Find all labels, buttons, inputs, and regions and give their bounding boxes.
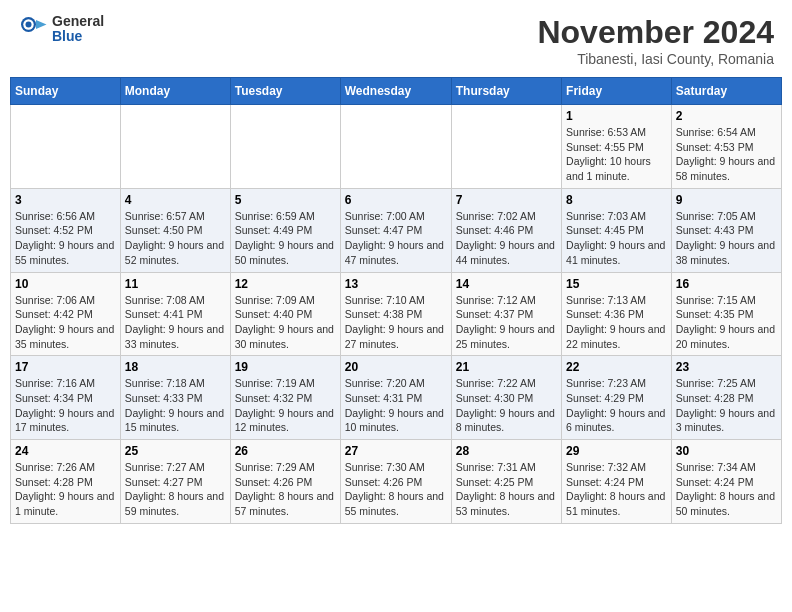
- day-number: 19: [235, 360, 336, 374]
- day-info: Sunrise: 7:15 AM Sunset: 4:35 PM Dayligh…: [676, 293, 777, 352]
- calendar-cell: 15Sunrise: 7:13 AM Sunset: 4:36 PM Dayli…: [562, 272, 672, 356]
- day-number: 17: [15, 360, 116, 374]
- day-info: Sunrise: 7:32 AM Sunset: 4:24 PM Dayligh…: [566, 460, 667, 519]
- day-number: 23: [676, 360, 777, 374]
- day-number: 3: [15, 193, 116, 207]
- logo-general: General: [52, 14, 104, 29]
- calendar-cell: 4Sunrise: 6:57 AM Sunset: 4:50 PM Daylig…: [120, 188, 230, 272]
- day-number: 5: [235, 193, 336, 207]
- day-info: Sunrise: 7:12 AM Sunset: 4:37 PM Dayligh…: [456, 293, 557, 352]
- calendar-cell: 7Sunrise: 7:02 AM Sunset: 4:46 PM Daylig…: [451, 188, 561, 272]
- day-number: 27: [345, 444, 447, 458]
- calendar-cell: 19Sunrise: 7:19 AM Sunset: 4:32 PM Dayli…: [230, 356, 340, 440]
- location: Tibanesti, Iasi County, Romania: [537, 51, 774, 67]
- day-number: 8: [566, 193, 667, 207]
- calendar-cell: 14Sunrise: 7:12 AM Sunset: 4:37 PM Dayli…: [451, 272, 561, 356]
- day-number: 25: [125, 444, 226, 458]
- day-info: Sunrise: 7:09 AM Sunset: 4:40 PM Dayligh…: [235, 293, 336, 352]
- calendar-cell: [340, 105, 451, 189]
- calendar-cell: 25Sunrise: 7:27 AM Sunset: 4:27 PM Dayli…: [120, 440, 230, 524]
- day-header-sunday: Sunday: [11, 78, 121, 105]
- calendar-cell: 9Sunrise: 7:05 AM Sunset: 4:43 PM Daylig…: [671, 188, 781, 272]
- logo-text: General Blue: [52, 14, 104, 45]
- day-info: Sunrise: 7:30 AM Sunset: 4:26 PM Dayligh…: [345, 460, 447, 519]
- day-info: Sunrise: 7:19 AM Sunset: 4:32 PM Dayligh…: [235, 376, 336, 435]
- calendar-cell: 10Sunrise: 7:06 AM Sunset: 4:42 PM Dayli…: [11, 272, 121, 356]
- calendar-week-5: 24Sunrise: 7:26 AM Sunset: 4:28 PM Dayli…: [11, 440, 782, 524]
- calendar-cell: 24Sunrise: 7:26 AM Sunset: 4:28 PM Dayli…: [11, 440, 121, 524]
- day-info: Sunrise: 6:59 AM Sunset: 4:49 PM Dayligh…: [235, 209, 336, 268]
- day-number: 9: [676, 193, 777, 207]
- month-title: November 2024: [537, 14, 774, 51]
- calendar-week-2: 3Sunrise: 6:56 AM Sunset: 4:52 PM Daylig…: [11, 188, 782, 272]
- calendar-cell: [230, 105, 340, 189]
- calendar-cell: 13Sunrise: 7:10 AM Sunset: 4:38 PM Dayli…: [340, 272, 451, 356]
- day-number: 12: [235, 277, 336, 291]
- calendar-body: 1Sunrise: 6:53 AM Sunset: 4:55 PM Daylig…: [11, 105, 782, 524]
- day-header-thursday: Thursday: [451, 78, 561, 105]
- day-info: Sunrise: 6:56 AM Sunset: 4:52 PM Dayligh…: [15, 209, 116, 268]
- day-info: Sunrise: 7:23 AM Sunset: 4:29 PM Dayligh…: [566, 376, 667, 435]
- calendar-cell: 17Sunrise: 7:16 AM Sunset: 4:34 PM Dayli…: [11, 356, 121, 440]
- header-row: SundayMondayTuesdayWednesdayThursdayFrid…: [11, 78, 782, 105]
- day-info: Sunrise: 7:29 AM Sunset: 4:26 PM Dayligh…: [235, 460, 336, 519]
- day-info: Sunrise: 7:08 AM Sunset: 4:41 PM Dayligh…: [125, 293, 226, 352]
- logo: General Blue: [18, 14, 104, 45]
- calendar-cell: 6Sunrise: 7:00 AM Sunset: 4:47 PM Daylig…: [340, 188, 451, 272]
- day-number: 30: [676, 444, 777, 458]
- day-number: 1: [566, 109, 667, 123]
- day-number: 15: [566, 277, 667, 291]
- day-number: 11: [125, 277, 226, 291]
- day-number: 21: [456, 360, 557, 374]
- calendar-table: SundayMondayTuesdayWednesdayThursdayFrid…: [10, 77, 782, 524]
- svg-marker-3: [36, 20, 47, 29]
- calendar-cell: 28Sunrise: 7:31 AM Sunset: 4:25 PM Dayli…: [451, 440, 561, 524]
- day-number: 22: [566, 360, 667, 374]
- day-number: 24: [15, 444, 116, 458]
- page-header: General Blue November 2024 Tibanesti, Ia…: [10, 10, 782, 71]
- calendar-week-1: 1Sunrise: 6:53 AM Sunset: 4:55 PM Daylig…: [11, 105, 782, 189]
- day-info: Sunrise: 7:16 AM Sunset: 4:34 PM Dayligh…: [15, 376, 116, 435]
- calendar-cell: 27Sunrise: 7:30 AM Sunset: 4:26 PM Dayli…: [340, 440, 451, 524]
- day-info: Sunrise: 6:53 AM Sunset: 4:55 PM Dayligh…: [566, 125, 667, 184]
- day-number: 28: [456, 444, 557, 458]
- calendar-cell: 16Sunrise: 7:15 AM Sunset: 4:35 PM Dayli…: [671, 272, 781, 356]
- day-info: Sunrise: 7:27 AM Sunset: 4:27 PM Dayligh…: [125, 460, 226, 519]
- calendar-cell: 23Sunrise: 7:25 AM Sunset: 4:28 PM Dayli…: [671, 356, 781, 440]
- day-number: 14: [456, 277, 557, 291]
- calendar-cell: 1Sunrise: 6:53 AM Sunset: 4:55 PM Daylig…: [562, 105, 672, 189]
- day-info: Sunrise: 7:03 AM Sunset: 4:45 PM Dayligh…: [566, 209, 667, 268]
- calendar-cell: 26Sunrise: 7:29 AM Sunset: 4:26 PM Dayli…: [230, 440, 340, 524]
- day-info: Sunrise: 7:20 AM Sunset: 4:31 PM Dayligh…: [345, 376, 447, 435]
- calendar-cell: [11, 105, 121, 189]
- calendar-cell: 8Sunrise: 7:03 AM Sunset: 4:45 PM Daylig…: [562, 188, 672, 272]
- title-area: November 2024 Tibanesti, Iasi County, Ro…: [537, 14, 774, 67]
- calendar-week-3: 10Sunrise: 7:06 AM Sunset: 4:42 PM Dayli…: [11, 272, 782, 356]
- logo-blue: Blue: [52, 29, 104, 44]
- day-info: Sunrise: 6:57 AM Sunset: 4:50 PM Dayligh…: [125, 209, 226, 268]
- day-info: Sunrise: 7:26 AM Sunset: 4:28 PM Dayligh…: [15, 460, 116, 519]
- calendar-cell: [120, 105, 230, 189]
- day-header-monday: Monday: [120, 78, 230, 105]
- day-header-friday: Friday: [562, 78, 672, 105]
- calendar-cell: 21Sunrise: 7:22 AM Sunset: 4:30 PM Dayli…: [451, 356, 561, 440]
- day-info: Sunrise: 7:13 AM Sunset: 4:36 PM Dayligh…: [566, 293, 667, 352]
- day-info: Sunrise: 6:54 AM Sunset: 4:53 PM Dayligh…: [676, 125, 777, 184]
- calendar-cell: 18Sunrise: 7:18 AM Sunset: 4:33 PM Dayli…: [120, 356, 230, 440]
- day-info: Sunrise: 7:31 AM Sunset: 4:25 PM Dayligh…: [456, 460, 557, 519]
- day-info: Sunrise: 7:25 AM Sunset: 4:28 PM Dayligh…: [676, 376, 777, 435]
- day-number: 16: [676, 277, 777, 291]
- day-number: 10: [15, 277, 116, 291]
- day-info: Sunrise: 7:34 AM Sunset: 4:24 PM Dayligh…: [676, 460, 777, 519]
- svg-point-2: [26, 22, 32, 28]
- day-number: 6: [345, 193, 447, 207]
- calendar-cell: 3Sunrise: 6:56 AM Sunset: 4:52 PM Daylig…: [11, 188, 121, 272]
- day-info: Sunrise: 7:18 AM Sunset: 4:33 PM Dayligh…: [125, 376, 226, 435]
- day-number: 7: [456, 193, 557, 207]
- day-header-tuesday: Tuesday: [230, 78, 340, 105]
- day-info: Sunrise: 7:02 AM Sunset: 4:46 PM Dayligh…: [456, 209, 557, 268]
- calendar-cell: 22Sunrise: 7:23 AM Sunset: 4:29 PM Dayli…: [562, 356, 672, 440]
- day-header-saturday: Saturday: [671, 78, 781, 105]
- day-info: Sunrise: 7:22 AM Sunset: 4:30 PM Dayligh…: [456, 376, 557, 435]
- day-info: Sunrise: 7:05 AM Sunset: 4:43 PM Dayligh…: [676, 209, 777, 268]
